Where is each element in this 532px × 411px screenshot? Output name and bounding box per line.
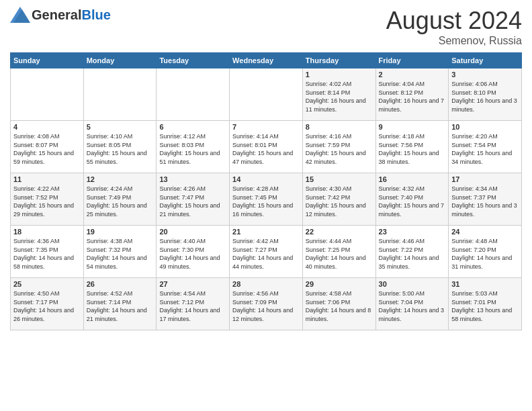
week-row-2: 4Sunrise: 4:08 AM Sunset: 8:07 PM Daylig… bbox=[11, 121, 522, 173]
cell-w1-d1 bbox=[11, 68, 84, 121]
day-info: Sunrise: 4:30 AM Sunset: 7:42 PM Dayligh… bbox=[306, 185, 373, 218]
day-number: 15 bbox=[306, 175, 373, 183]
day-number: 19 bbox=[87, 228, 154, 236]
day-number: 22 bbox=[306, 228, 373, 236]
day-info: Sunrise: 4:08 AM Sunset: 8:07 PM Dayligh… bbox=[13, 132, 81, 166]
day-number: 28 bbox=[232, 280, 300, 288]
day-info: Sunrise: 4:28 AM Sunset: 7:45 PM Dayligh… bbox=[232, 185, 300, 218]
day-number: 21 bbox=[232, 228, 300, 236]
cell-w5-d6: 30Sunrise: 5:00 AM Sunset: 7:04 PM Dayli… bbox=[375, 278, 449, 330]
logo-icon bbox=[10, 7, 30, 23]
cell-w5-d5: 29Sunrise: 4:58 AM Sunset: 7:06 PM Dayli… bbox=[302, 278, 375, 330]
day-info: Sunrise: 4:22 AM Sunset: 7:52 PM Dayligh… bbox=[13, 185, 81, 218]
day-number: 18 bbox=[13, 228, 81, 236]
day-info: Sunrise: 4:50 AM Sunset: 7:17 PM Dayligh… bbox=[13, 289, 81, 323]
day-number: 3 bbox=[451, 71, 519, 79]
cell-w3-d6: 16Sunrise: 4:32 AM Sunset: 7:40 PM Dayli… bbox=[375, 173, 449, 226]
cell-w5-d2: 26Sunrise: 4:52 AM Sunset: 7:14 PM Dayli… bbox=[83, 278, 157, 330]
day-number: 23 bbox=[379, 228, 446, 236]
day-info: Sunrise: 4:38 AM Sunset: 7:32 PM Dayligh… bbox=[87, 237, 154, 271]
cell-w4-d7: 24Sunrise: 4:48 AM Sunset: 7:20 PM Dayli… bbox=[449, 226, 522, 278]
day-number: 17 bbox=[451, 175, 519, 183]
cell-w3-d2: 12Sunrise: 4:24 AM Sunset: 7:49 PM Dayli… bbox=[83, 173, 157, 226]
month-year-title: August 2024 bbox=[386, 7, 522, 35]
cell-w4-d5: 22Sunrise: 4:44 AM Sunset: 7:25 PM Dayli… bbox=[302, 226, 375, 278]
cell-w5-d3: 27Sunrise: 4:54 AM Sunset: 7:12 PM Dayli… bbox=[157, 278, 230, 330]
header-sunday: Sunday bbox=[11, 53, 84, 68]
day-number: 2 bbox=[379, 71, 446, 79]
calendar-body: 1Sunrise: 4:02 AM Sunset: 8:14 PM Daylig… bbox=[11, 68, 522, 330]
day-info: Sunrise: 4:56 AM Sunset: 7:09 PM Dayligh… bbox=[232, 289, 300, 323]
day-info: Sunrise: 4:18 AM Sunset: 7:56 PM Dayligh… bbox=[379, 132, 446, 166]
day-info: Sunrise: 4:02 AM Sunset: 8:14 PM Dayligh… bbox=[306, 80, 373, 113]
day-info: Sunrise: 4:36 AM Sunset: 7:35 PM Dayligh… bbox=[13, 237, 81, 271]
header-friday: Friday bbox=[375, 53, 449, 68]
header-wednesday: Wednesday bbox=[230, 53, 303, 68]
week-row-3: 11Sunrise: 4:22 AM Sunset: 7:52 PM Dayli… bbox=[11, 173, 522, 226]
header-row: Sunday Monday Tuesday Wednesday Thursday… bbox=[11, 53, 522, 68]
day-info: Sunrise: 4:12 AM Sunset: 8:03 PM Dayligh… bbox=[159, 132, 226, 166]
day-number: 31 bbox=[451, 280, 519, 288]
cell-w3-d5: 15Sunrise: 4:30 AM Sunset: 7:42 PM Dayli… bbox=[302, 173, 375, 226]
cell-w2-d4: 7Sunrise: 4:14 AM Sunset: 8:01 PM Daylig… bbox=[230, 121, 303, 173]
cell-w2-d3: 6Sunrise: 4:12 AM Sunset: 8:03 PM Daylig… bbox=[157, 121, 230, 173]
day-number: 30 bbox=[379, 280, 446, 288]
cell-w1-d5: 1Sunrise: 4:02 AM Sunset: 8:14 PM Daylig… bbox=[302, 68, 375, 121]
cell-w2-d1: 4Sunrise: 4:08 AM Sunset: 8:07 PM Daylig… bbox=[11, 121, 84, 173]
day-number: 20 bbox=[159, 228, 226, 236]
week-row-5: 25Sunrise: 4:50 AM Sunset: 7:17 PM Dayli… bbox=[11, 278, 522, 330]
day-info: Sunrise: 4:58 AM Sunset: 7:06 PM Dayligh… bbox=[306, 289, 373, 323]
day-info: Sunrise: 4:10 AM Sunset: 8:05 PM Dayligh… bbox=[87, 132, 154, 166]
cell-w3-d4: 14Sunrise: 4:28 AM Sunset: 7:45 PM Dayli… bbox=[230, 173, 303, 226]
day-info: Sunrise: 4:16 AM Sunset: 7:59 PM Dayligh… bbox=[306, 132, 373, 166]
day-number: 8 bbox=[306, 123, 373, 131]
week-row-1: 1Sunrise: 4:02 AM Sunset: 8:14 PM Daylig… bbox=[11, 68, 522, 121]
day-number: 13 bbox=[159, 175, 226, 183]
calendar-table: Sunday Monday Tuesday Wednesday Thursday… bbox=[10, 52, 522, 330]
day-info: Sunrise: 4:54 AM Sunset: 7:12 PM Dayligh… bbox=[159, 289, 226, 323]
day-info: Sunrise: 4:32 AM Sunset: 7:40 PM Dayligh… bbox=[379, 185, 446, 218]
day-info: Sunrise: 4:44 AM Sunset: 7:25 PM Dayligh… bbox=[306, 237, 373, 271]
cell-w1-d3 bbox=[157, 68, 230, 121]
cell-w4-d3: 20Sunrise: 4:40 AM Sunset: 7:30 PM Dayli… bbox=[157, 226, 230, 278]
logo-blue-text: Blue bbox=[81, 7, 110, 23]
day-number: 4 bbox=[13, 123, 81, 131]
day-info: Sunrise: 4:34 AM Sunset: 7:37 PM Dayligh… bbox=[451, 185, 519, 218]
logo: GeneralBlue bbox=[10, 7, 111, 23]
cell-w1-d7: 3Sunrise: 4:06 AM Sunset: 8:10 PM Daylig… bbox=[449, 68, 522, 121]
cell-w2-d2: 5Sunrise: 4:10 AM Sunset: 8:05 PM Daylig… bbox=[83, 121, 157, 173]
day-info: Sunrise: 5:03 AM Sunset: 7:01 PM Dayligh… bbox=[451, 289, 519, 323]
day-info: Sunrise: 4:48 AM Sunset: 7:20 PM Dayligh… bbox=[451, 237, 519, 271]
day-number: 25 bbox=[13, 280, 81, 288]
cell-w2-d6: 9Sunrise: 4:18 AM Sunset: 7:56 PM Daylig… bbox=[375, 121, 449, 173]
day-number: 7 bbox=[232, 123, 300, 131]
cell-w5-d7: 31Sunrise: 5:03 AM Sunset: 7:01 PM Dayli… bbox=[449, 278, 522, 330]
day-number: 24 bbox=[451, 228, 519, 236]
day-number: 16 bbox=[379, 175, 446, 183]
cell-w2-d7: 10Sunrise: 4:20 AM Sunset: 7:54 PM Dayli… bbox=[449, 121, 522, 173]
day-number: 14 bbox=[232, 175, 300, 183]
logo-general-text: General bbox=[32, 7, 81, 23]
week-row-4: 18Sunrise: 4:36 AM Sunset: 7:35 PM Dayli… bbox=[11, 226, 522, 278]
cell-w1-d6: 2Sunrise: 4:04 AM Sunset: 8:12 PM Daylig… bbox=[375, 68, 449, 121]
day-info: Sunrise: 4:52 AM Sunset: 7:14 PM Dayligh… bbox=[87, 289, 154, 323]
cell-w1-d4 bbox=[230, 68, 303, 121]
cell-w4-d1: 18Sunrise: 4:36 AM Sunset: 7:35 PM Dayli… bbox=[11, 226, 84, 278]
day-info: Sunrise: 4:26 AM Sunset: 7:47 PM Dayligh… bbox=[159, 185, 226, 218]
day-number: 10 bbox=[451, 123, 519, 131]
page: GeneralBlue August 2024 Semenov, Russia … bbox=[0, 0, 532, 411]
day-info: Sunrise: 4:06 AM Sunset: 8:10 PM Dayligh… bbox=[451, 80, 519, 113]
day-number: 27 bbox=[159, 280, 226, 288]
day-info: Sunrise: 4:14 AM Sunset: 8:01 PM Dayligh… bbox=[232, 132, 300, 166]
cell-w5-d1: 25Sunrise: 4:50 AM Sunset: 7:17 PM Dayli… bbox=[11, 278, 84, 330]
day-number: 12 bbox=[87, 175, 154, 183]
calendar-header: Sunday Monday Tuesday Wednesday Thursday… bbox=[11, 53, 522, 68]
cell-w3-d1: 11Sunrise: 4:22 AM Sunset: 7:52 PM Dayli… bbox=[11, 173, 84, 226]
header-tuesday: Tuesday bbox=[157, 53, 230, 68]
logo-text: GeneralBlue bbox=[10, 7, 111, 23]
day-info: Sunrise: 4:20 AM Sunset: 7:54 PM Dayligh… bbox=[451, 132, 519, 166]
header: GeneralBlue August 2024 Semenov, Russia bbox=[10, 7, 522, 47]
day-info: Sunrise: 4:04 AM Sunset: 8:12 PM Dayligh… bbox=[379, 80, 446, 113]
day-number: 26 bbox=[87, 280, 154, 288]
day-number: 6 bbox=[159, 123, 226, 131]
